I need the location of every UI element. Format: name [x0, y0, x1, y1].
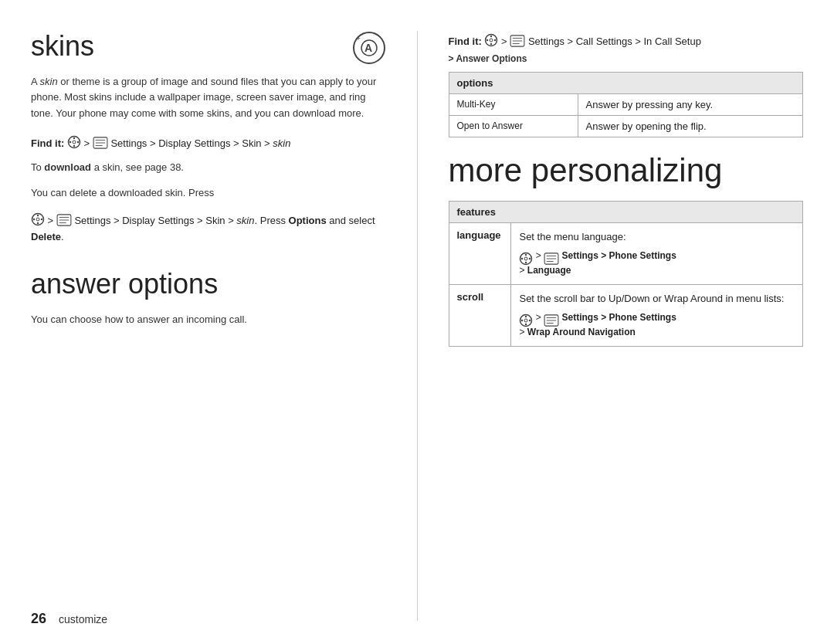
option-desc-open: Answer by opening the flip.: [578, 115, 802, 137]
nav-button-icon-3: [484, 33, 498, 47]
svg-text:+: +: [356, 34, 361, 42]
skins-body: A skin or theme is a group of image and …: [31, 74, 386, 122]
feature-desc-scroll: Set the scroll bar to Up/Down or Wrap Ar…: [511, 285, 803, 347]
feature-nav-language: > Settings > Phone Settings > L: [519, 249, 795, 278]
svg-point-18: [41, 219, 42, 220]
breadcrumb-answer: > Answer Options: [449, 53, 804, 64]
option-name-open: Open to Answer: [449, 115, 578, 137]
svg-point-35: [525, 253, 527, 255]
wrap-nav: Wrap Around Navigation: [527, 327, 636, 337]
page-label: customize: [59, 613, 107, 625]
menu-icon-right: [510, 35, 525, 47]
features-table: features language Set the menu language:: [449, 201, 804, 347]
feature-nav-scroll: > Settings > Phone Settings > W: [519, 310, 795, 340]
svg-point-7: [70, 141, 71, 143]
feature-desc-language-main: Set the menu language:: [519, 231, 626, 242]
feature-name-scroll: scroll: [449, 285, 511, 347]
more-personalizing-title: more personalizing: [449, 153, 804, 188]
svg-point-16: [37, 222, 39, 224]
feature-desc-scroll-main: Set the scroll bar to Up/Down or Wrap Ar…: [519, 293, 784, 304]
svg-point-45: [525, 316, 527, 317]
settings-lang: Settings > Phone Settings: [562, 250, 676, 261]
find-it-delete: > Settings > Display Settings > Skin > s…: [31, 210, 386, 246]
svg-point-15: [37, 215, 39, 216]
find-it-right-path: Settings > Call Settings > In Call Setup: [528, 36, 701, 47]
svg-point-27: [486, 39, 488, 41]
table-row-language: language Set the menu language:: [449, 222, 803, 284]
settings-scroll: Settings > Phone Settings: [562, 312, 676, 323]
find-it-answer: Find it: > Set: [449, 31, 804, 50]
svg-point-8: [77, 141, 79, 143]
menu-icon-skins: [93, 137, 108, 149]
svg-point-39: [524, 257, 527, 260]
right-column: Find it: > Set: [418, 31, 804, 621]
nav-button-icon-lang: [519, 252, 533, 266]
feature-desc-language: Set the menu language:: [511, 222, 803, 284]
page-number: 26: [31, 611, 46, 627]
delete-skin-text: You can delete a downloaded skin. Press: [31, 185, 386, 202]
download-skin-text: To download a skin, see page 38.: [31, 160, 386, 176]
answer-options-body: You can choose how to answer an incoming…: [31, 312, 386, 328]
option-name-multikey: Multi-Key: [449, 93, 578, 115]
svg-point-46: [525, 324, 527, 325]
svg-text:A: A: [364, 42, 372, 54]
svg-point-26: [490, 43, 492, 45]
answer-options-title: answer options: [31, 269, 386, 300]
menu-icon-lang: [544, 253, 559, 265]
svg-point-6: [73, 145, 75, 147]
svg-point-19: [36, 218, 39, 221]
svg-point-5: [73, 137, 75, 139]
table-row: Open to Answer Answer by opening the fli…: [449, 115, 803, 137]
feature-name-language: language: [449, 222, 511, 284]
svg-point-48: [529, 320, 531, 321]
svg-point-28: [494, 39, 496, 41]
nav-button-icon-scroll: [519, 314, 533, 327]
svg-point-9: [73, 141, 76, 144]
table-row-scroll: scroll Set the scroll bar to Up/Down or …: [449, 285, 803, 347]
svg-point-47: [521, 320, 523, 321]
skins-title: skins: [31, 31, 386, 62]
menu-icon-delete: [56, 214, 72, 226]
svg-point-36: [525, 261, 527, 263]
menu-icon-scroll: [544, 314, 559, 327]
page-footer: 26 customize: [31, 611, 107, 627]
language-nav: Language: [527, 265, 571, 276]
svg-point-38: [529, 257, 531, 259]
options-table: options Multi-Key Answer by pressing any…: [449, 72, 804, 137]
answer-options-section: answer options You can choose how to ans…: [31, 269, 386, 327]
features-table-header: features: [449, 201, 803, 222]
svg-point-37: [521, 257, 523, 259]
nav-button-icon: [67, 135, 81, 149]
table-row: Multi-Key Answer by pressing any key.: [449, 93, 803, 115]
nav-button-icon-2: [31, 212, 45, 226]
svg-point-25: [490, 36, 492, 37]
find-it-skins: Find it: >: [31, 133, 386, 152]
options-table-header: options: [449, 72, 803, 93]
left-column: A + skins A skin or theme is a group of …: [31, 31, 418, 621]
option-desc-multikey: Answer by pressing any key.: [578, 93, 802, 115]
svg-point-29: [490, 39, 493, 42]
svg-point-17: [33, 219, 35, 220]
svg-point-49: [524, 319, 527, 322]
